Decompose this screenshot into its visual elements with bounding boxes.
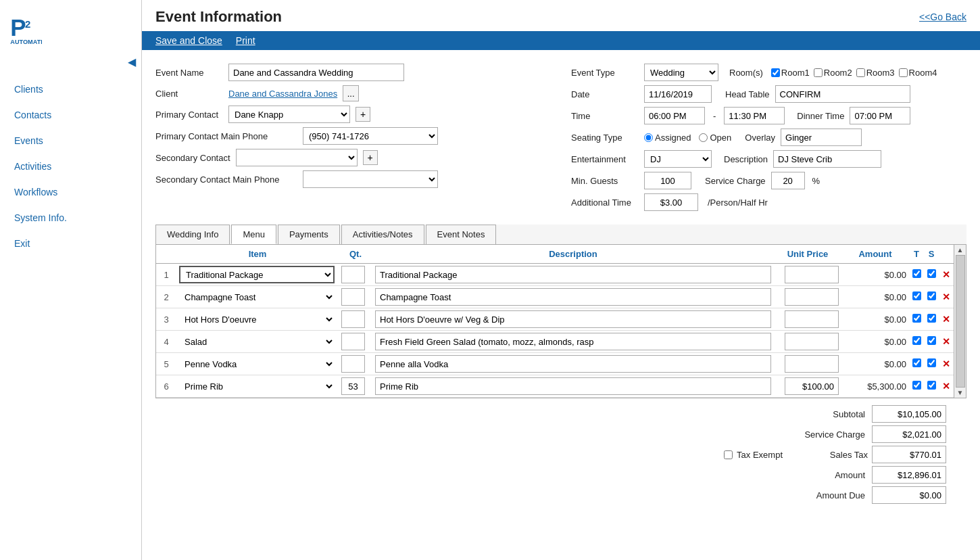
- overlay-input[interactable]: [781, 129, 862, 146]
- s-checkbox-4[interactable]: [927, 336, 936, 345]
- secondary-contact-phone-select[interactable]: [303, 170, 438, 188]
- tab-menu[interactable]: Menu: [231, 225, 276, 244]
- qty-input-5[interactable]: [341, 355, 365, 373]
- min-guests-input[interactable]: [644, 172, 691, 189]
- price-input-6[interactable]: [785, 377, 839, 395]
- sidebar-item-workflows[interactable]: Workflows: [0, 179, 141, 205]
- item-select-5[interactable]: Penne Vodka: [179, 355, 335, 373]
- dinner-time-input[interactable]: [850, 107, 910, 124]
- s-checkbox-1[interactable]: [927, 269, 936, 278]
- seating-open-radio[interactable]: [699, 133, 708, 142]
- additional-time-input[interactable]: [644, 193, 698, 211]
- sidebar-item-system-info[interactable]: System Info.: [0, 205, 141, 231]
- sales-tax-value[interactable]: [872, 446, 946, 463]
- t-checkbox-5[interactable]: [912, 358, 921, 367]
- event-name-input[interactable]: [228, 64, 404, 81]
- secondary-contact-add-button[interactable]: +: [363, 150, 378, 165]
- qty-input-6[interactable]: [341, 377, 365, 395]
- t-checkbox-6[interactable]: [912, 381, 921, 390]
- desc-input-1[interactable]: [375, 266, 771, 283]
- price-input-1[interactable]: [785, 266, 839, 283]
- price-input-3[interactable]: [785, 310, 839, 328]
- desc-input-3[interactable]: [375, 310, 771, 328]
- qty-input-1[interactable]: [341, 266, 365, 283]
- del-button-1[interactable]: ✕: [942, 269, 950, 280]
- sidebar-item-contacts[interactable]: Contacts: [0, 102, 141, 128]
- amount-value[interactable]: [872, 466, 946, 484]
- print-button[interactable]: Print: [236, 35, 255, 46]
- s-checkbox-2[interactable]: [927, 291, 936, 300]
- go-back-link[interactable]: <<Go Back: [919, 11, 966, 22]
- scrollbar[interactable]: ▲ ▼: [954, 245, 966, 398]
- item-select-4[interactable]: Salad: [179, 333, 335, 350]
- desc-input-4[interactable]: [375, 333, 771, 350]
- service-charge-total-value[interactable]: [872, 425, 946, 443]
- tab-payments[interactable]: Payments: [278, 225, 340, 244]
- save-close-button[interactable]: Save and Close: [155, 35, 222, 46]
- del-button-3[interactable]: ✕: [942, 314, 950, 325]
- primary-contact-phone-select[interactable]: (950) 741-1726: [303, 127, 438, 145]
- service-charge-input[interactable]: [771, 172, 805, 189]
- qty-input-3[interactable]: [341, 310, 365, 328]
- t-checkbox-4[interactable]: [912, 336, 921, 345]
- del-button-5[interactable]: ✕: [942, 358, 950, 369]
- item-select-2[interactable]: Champagne Toast: [179, 288, 335, 306]
- room1-checkbox[interactable]: [771, 68, 780, 77]
- tab-activities-notes[interactable]: Activities/Notes: [341, 225, 424, 244]
- description-input[interactable]: [773, 150, 881, 168]
- qty-input-2[interactable]: [341, 288, 365, 306]
- scroll-thumb[interactable]: [956, 255, 965, 388]
- s-checkbox-5[interactable]: [927, 358, 936, 367]
- room2-checkbox[interactable]: [814, 68, 823, 77]
- seating-assigned-radio[interactable]: [644, 133, 653, 142]
- date-input[interactable]: [644, 85, 712, 103]
- sidebar-item-clients[interactable]: Clients: [0, 76, 141, 102]
- sidebar-item-activities[interactable]: Activities: [0, 154, 141, 179]
- amount-due-value[interactable]: [872, 486, 946, 504]
- collapse-icon[interactable]: ◀: [128, 56, 136, 68]
- t-checkbox-2[interactable]: [912, 291, 921, 300]
- event-type-row: Event Type Wedding Room(s) Room1: [571, 64, 966, 81]
- price-input-2[interactable]: [785, 288, 839, 306]
- scroll-down-arrow[interactable]: ▼: [957, 389, 964, 396]
- sidebar-toggle[interactable]: ◀: [0, 54, 141, 70]
- desc-input-5[interactable]: [375, 355, 771, 373]
- item-select-1[interactable]: Traditional Package: [179, 266, 335, 283]
- time-end-input[interactable]: [724, 107, 785, 124]
- primary-contact-add-button[interactable]: +: [356, 107, 370, 122]
- qty-input-4[interactable]: [341, 333, 365, 350]
- time-start-input[interactable]: [644, 107, 705, 124]
- seating-assigned-item: Assigned: [644, 133, 691, 143]
- room4-checkbox[interactable]: [899, 68, 908, 77]
- tab-wedding-info[interactable]: Wedding Info: [155, 225, 230, 244]
- client-link[interactable]: Dane and Cassandra Jones: [228, 89, 337, 99]
- s-checkbox-3[interactable]: [927, 314, 936, 323]
- del-button-6[interactable]: ✕: [942, 381, 950, 392]
- entertainment-select[interactable]: DJ: [644, 150, 712, 168]
- tab-event-notes[interactable]: Event Notes: [426, 225, 497, 244]
- item-select-6[interactable]: Prime Rib: [179, 377, 335, 395]
- table-row: 6 Prime Rib $5,300.00: [156, 375, 954, 398]
- sidebar-item-exit[interactable]: Exit: [0, 231, 141, 256]
- head-table-input[interactable]: [775, 85, 910, 103]
- event-type-select[interactable]: Wedding: [644, 64, 718, 81]
- del-button-2[interactable]: ✕: [942, 291, 950, 302]
- sidebar-item-events[interactable]: Events: [0, 128, 141, 154]
- desc-input-2[interactable]: [375, 288, 771, 306]
- event-info-grid: Event Name Client Dane and Cassandra Jon…: [155, 64, 966, 215]
- del-button-4[interactable]: ✕: [942, 336, 950, 347]
- item-select-3[interactable]: Hot Hors D'oeuvre: [179, 310, 335, 328]
- room3-checkbox[interactable]: [856, 68, 865, 77]
- subtotal-value[interactable]: [872, 405, 946, 423]
- tax-exempt-checkbox[interactable]: [724, 450, 733, 459]
- t-checkbox-1[interactable]: [912, 269, 921, 278]
- s-checkbox-6[interactable]: [927, 381, 936, 390]
- scroll-up-arrow[interactable]: ▲: [957, 246, 964, 254]
- secondary-contact-select[interactable]: [236, 149, 358, 166]
- price-input-5[interactable]: [785, 355, 839, 373]
- client-browse-button[interactable]: ...: [343, 85, 359, 101]
- price-input-4[interactable]: [785, 333, 839, 350]
- t-checkbox-3[interactable]: [912, 314, 921, 323]
- desc-input-6[interactable]: [375, 377, 771, 395]
- primary-contact-select[interactable]: Dane Knapp: [228, 106, 350, 123]
